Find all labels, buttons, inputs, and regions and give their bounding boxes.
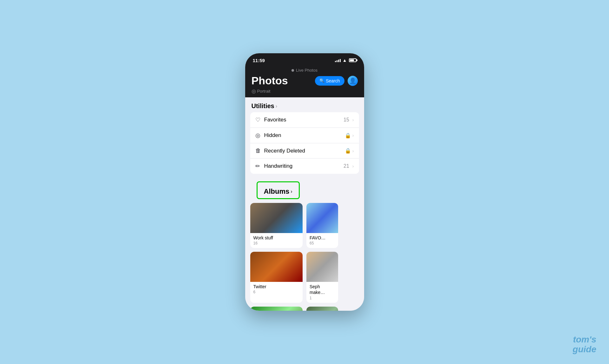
phone-frame: 11:59 ▲ Live Photos Photos 🔍 S [245, 53, 364, 311]
live-photos-bar: Live Photos [252, 67, 358, 75]
page-title: Photos [252, 75, 288, 87]
handwriting-chevron-icon: › [352, 164, 354, 169]
album-name-twitter: Twitter [253, 284, 300, 289]
album-thumb-twitter [250, 252, 303, 282]
handwriting-count: 21 [344, 163, 349, 169]
albums-row-1: Work stuff 16 FAVO… 65 [245, 203, 364, 248]
album-thumb-joshua [250, 307, 303, 311]
handwriting-label: Handwriting [264, 163, 344, 169]
album-thumb-the [306, 307, 338, 311]
toms-guide-watermark: tom's guide [573, 335, 596, 354]
album-card-joshua[interactable]: Joshua Tree + Disney, 2/28-… 2 [250, 307, 303, 311]
recently-deleted-icon: 🗑 [255, 147, 264, 154]
header-area: Live Photos Photos 🔍 Search 👤 ◎ Portrait [245, 67, 364, 97]
album-card-work-stuff[interactable]: Work stuff 16 [250, 203, 303, 248]
album-card-twitter[interactable]: Twitter 6 [250, 252, 303, 302]
list-item-hidden[interactable]: ◎ Hidden 🔒 › [250, 128, 359, 143]
favorites-label: Favorites [264, 117, 344, 123]
recently-deleted-label: Recently Deleted [264, 148, 345, 154]
albums-section-header[interactable]: Albums › [257, 181, 300, 199]
favorites-chevron-icon: › [352, 117, 354, 122]
battery-icon [349, 58, 357, 62]
live-photos-label: Live Photos [296, 68, 318, 73]
portrait-icon: ◎ [252, 88, 256, 94]
albums-chevron-icon: › [291, 189, 292, 194]
live-dot-icon [291, 69, 294, 72]
recently-deleted-chevron-icon: › [352, 148, 354, 153]
album-thumb-fav [306, 203, 338, 233]
album-thumb-work-stuff [250, 203, 303, 233]
album-card-seph[interactable]: Seph make… 1 [306, 252, 338, 302]
album-name-fav: FAVO… [310, 235, 335, 241]
albums-row-3: Joshua Tree + Disney, 2/28-… 2 the y… 42 [245, 307, 364, 311]
albums-row-2: Twitter 6 Seph make… 1 [245, 252, 364, 302]
search-icon: 🔍 [319, 78, 324, 83]
list-item-favorites[interactable]: ♡ Favorites 15 › [250, 112, 359, 128]
utilities-section-header: Utilities › [245, 97, 364, 112]
wifi-icon: ▲ [343, 58, 347, 63]
hidden-icon: ◎ [255, 132, 264, 139]
albums-section-wrapper: Albums › [245, 179, 364, 203]
watermark-line2: guide [573, 345, 596, 354]
album-count-fav: 65 [310, 241, 335, 245]
album-thumb-seph [306, 252, 338, 282]
portrait-bar: ◎ Portrait [252, 88, 358, 94]
utilities-list: ♡ Favorites 15 › ◎ Hidden 🔒 › 🗑 Recently… [250, 112, 359, 174]
albums-label: Albums [264, 187, 290, 196]
album-count-twitter: 6 [253, 290, 300, 294]
utilities-chevron-icon: › [276, 103, 277, 109]
status-bar: 11:59 ▲ [245, 53, 364, 67]
album-card-fav[interactable]: FAVO… 65 [306, 203, 338, 248]
header-row: Photos 🔍 Search 👤 [252, 75, 358, 87]
status-icons: ▲ [335, 58, 357, 63]
handwriting-icon: ✏ [255, 163, 264, 170]
favorites-count: 15 [344, 117, 349, 123]
album-card-the[interactable]: the y… 42 [306, 307, 338, 311]
hidden-lock-icon: 🔒 [345, 133, 351, 139]
hidden-label: Hidden [264, 132, 345, 139]
status-time: 11:59 [253, 58, 265, 63]
search-label: Search [326, 78, 340, 83]
album-count-work-stuff: 16 [253, 241, 300, 245]
list-item-handwriting[interactable]: ✏ Handwriting 21 › [250, 159, 359, 174]
album-count-seph: 1 [310, 296, 335, 300]
watermark-line1: tom's [573, 335, 596, 345]
recently-deleted-lock-icon: 🔒 [345, 148, 351, 154]
utilities-label: Utilities [252, 102, 274, 110]
avatar[interactable]: 👤 [348, 76, 358, 86]
scroll-content[interactable]: Utilities › ♡ Favorites 15 › ◎ Hidden 🔒 … [245, 97, 364, 311]
album-name-work-stuff: Work stuff [253, 235, 300, 241]
list-item-recently-deleted[interactable]: 🗑 Recently Deleted 🔒 › [250, 143, 359, 159]
portrait-label: Portrait [257, 89, 271, 94]
album-name-seph: Seph make… [310, 284, 335, 295]
signal-icon [335, 58, 341, 62]
favorites-icon: ♡ [255, 116, 264, 123]
header-right: 🔍 Search 👤 [315, 76, 357, 86]
hidden-chevron-icon: › [352, 133, 354, 138]
search-button[interactable]: 🔍 Search [315, 76, 344, 86]
